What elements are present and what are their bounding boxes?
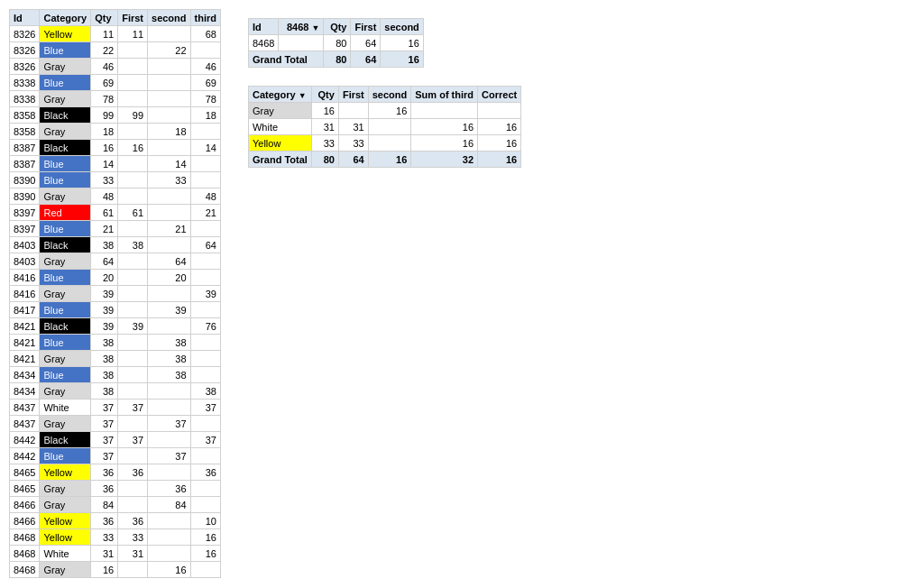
cell-category: Gray	[40, 253, 91, 270]
pl-gt-correct: 16	[478, 152, 521, 168]
cell-third: 16	[190, 529, 220, 546]
cell-qty: 20	[91, 270, 118, 286]
table-row: 8437Gray3737	[10, 416, 221, 432]
cell-third: 76	[190, 318, 220, 335]
table-row: 8326Yellow111168	[10, 26, 221, 42]
cell-category: Gray	[40, 59, 91, 75]
cell-category: Gray	[40, 351, 91, 367]
table-row: 8387Black161614	[10, 140, 221, 156]
pl-cell-correct: 16	[478, 119, 521, 135]
table-row: 8338Gray7878	[10, 91, 221, 107]
cell-third: 64	[190, 237, 220, 253]
cell-third	[190, 351, 220, 367]
cell-category: Blue	[40, 448, 91, 464]
cell-third: 46	[190, 59, 220, 75]
cell-qty: 38	[91, 335, 118, 351]
cell-id: 8442	[10, 432, 40, 448]
cell-first	[118, 286, 148, 302]
pivot-large-row: Gray1616	[248, 103, 520, 119]
pivot-large-table: Category ▼ Qty First second Sum of third…	[248, 86, 521, 168]
cell-first: 99	[118, 107, 148, 124]
cell-first	[118, 59, 148, 75]
cell-id: 8421	[10, 351, 40, 367]
main-col-third: third	[190, 10, 220, 26]
table-row: 8338Blue6969	[10, 75, 221, 91]
table-row: 8387Blue1414	[10, 156, 221, 172]
cell-qty: 39	[91, 302, 118, 318]
cell-first	[118, 42, 148, 59]
cell-id: 8437	[10, 416, 40, 432]
table-row: 8437White373737	[10, 400, 221, 416]
cell-qty: 69	[91, 75, 118, 91]
cell-second	[148, 188, 191, 205]
cell-id: 8468	[10, 546, 40, 562]
filter-icon[interactable]: ▼	[312, 23, 320, 32]
main-col-id: Id	[10, 10, 40, 26]
cell-second: 22	[148, 42, 191, 59]
cell-first	[118, 335, 148, 351]
table-row: 8465Gray3636	[10, 481, 221, 497]
cell-id: 8466	[10, 497, 40, 513]
pl-cell-second	[368, 135, 411, 152]
cell-third: 39	[190, 286, 220, 302]
cell-category: Yellow	[40, 529, 91, 546]
ps-cell-first: 64	[351, 35, 381, 51]
cell-first: 38	[118, 237, 148, 253]
cell-third: 14	[190, 140, 220, 156]
cell-third	[190, 367, 220, 383]
cell-first	[118, 270, 148, 286]
pivot-small-row: 8468806416	[248, 35, 423, 51]
pl-cell-third: 16	[411, 119, 478, 135]
table-row: 8442Blue3737	[10, 448, 221, 464]
cell-second: 37	[148, 448, 191, 464]
main-table-container: Id Category Qty First second third 8326Y…	[9, 9, 221, 578]
cell-qty: 36	[91, 464, 118, 481]
cell-id: 8387	[10, 140, 40, 156]
pivot-small-grand-total: Grand Total 80 64 16	[248, 51, 423, 68]
cell-first: 16	[118, 140, 148, 156]
pl-gt-label: Grand Total	[248, 152, 311, 168]
cell-id: 8417	[10, 302, 40, 318]
cell-third	[190, 172, 220, 188]
table-row: 8417Blue3939	[10, 302, 221, 318]
cell-first	[118, 172, 148, 188]
table-row: 8390Gray4848	[10, 188, 221, 205]
cell-first	[118, 156, 148, 172]
cell-second	[148, 59, 191, 75]
cell-second: 37	[148, 416, 191, 432]
cell-category: Black	[40, 432, 91, 448]
pivot-small-col-id: Id	[248, 19, 278, 35]
cell-id: 8421	[10, 335, 40, 351]
cell-third: 36	[190, 464, 220, 481]
cell-third	[190, 562, 220, 578]
table-row: 8466Yellow363610	[10, 513, 221, 529]
cell-qty: 37	[91, 416, 118, 432]
cell-second	[148, 464, 191, 481]
pl-cell-third: 16	[411, 135, 478, 152]
cell-first	[118, 221, 148, 237]
cell-third	[190, 253, 220, 270]
cell-category: Blue	[40, 42, 91, 59]
cell-third	[190, 481, 220, 497]
cell-third: 18	[190, 107, 220, 124]
cell-third: 38	[190, 383, 220, 400]
cell-qty: 11	[91, 26, 118, 42]
cell-qty: 21	[91, 221, 118, 237]
table-row: 8421Blue3838	[10, 335, 221, 351]
table-row: 8466Gray8484	[10, 497, 221, 513]
cell-id: 8387	[10, 156, 40, 172]
table-row: 8326Blue2222	[10, 42, 221, 59]
category-filter-icon[interactable]: ▼	[299, 91, 307, 100]
cell-first	[118, 416, 148, 432]
table-row: 8442Black373737	[10, 432, 221, 448]
pl-gt-second: 16	[368, 152, 411, 168]
cell-second	[148, 237, 191, 253]
cell-second: 36	[148, 481, 191, 497]
table-row: 8421Black393976	[10, 318, 221, 335]
cell-qty: 38	[91, 383, 118, 400]
cell-first	[118, 124, 148, 140]
pivot-small-filter[interactable]: 8468 ▼	[279, 19, 324, 35]
cell-category: Blue	[40, 367, 91, 383]
cell-qty: 38	[91, 351, 118, 367]
cell-first	[118, 188, 148, 205]
